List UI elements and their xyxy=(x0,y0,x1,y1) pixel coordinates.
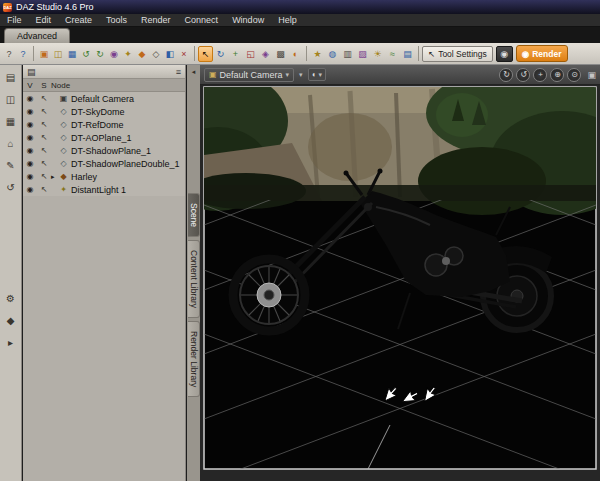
selection-icon[interactable]: ↖ xyxy=(37,94,51,103)
menu-create[interactable]: Create xyxy=(58,14,99,26)
scene-info-icon[interactable]: ▤ xyxy=(400,46,415,62)
spot-render-tool-icon[interactable]: ◐ xyxy=(288,46,303,62)
node-label[interactable]: DT-AOPlane_1 xyxy=(71,133,132,143)
tree-row-aoplane[interactable]: ◉ ↖ ◇ DT-AOPlane_1 xyxy=(23,131,185,144)
node-label[interactable]: Default Camera xyxy=(71,94,134,104)
visibility-eye-icon[interactable]: ◉ xyxy=(23,133,37,142)
undo-rail-icon[interactable]: ↺ xyxy=(3,180,18,195)
context-help-icon[interactable]: ? xyxy=(2,46,16,62)
undo-icon[interactable]: ↺ xyxy=(79,46,93,62)
home-icon[interactable]: ⌂ xyxy=(3,136,18,151)
tree-row-distantlight[interactable]: ◉ ↖ ✦ DistantLight 1 xyxy=(23,183,185,196)
powerpose-icon[interactable]: ★ xyxy=(310,46,325,62)
node-label[interactable]: DT-ShadowPlane_1 xyxy=(71,146,151,156)
open-scene-icon[interactable]: ◫ xyxy=(51,46,65,62)
menu-connect[interactable]: Connect xyxy=(178,14,226,26)
menu-render[interactable]: Render xyxy=(134,14,178,26)
shader-mixer-icon[interactable]: ▨ xyxy=(355,46,370,62)
drawstyle-selector[interactable]: ◐ ▾ xyxy=(308,68,326,81)
puppeteer-icon[interactable]: ◍ xyxy=(325,46,340,62)
save-scene-icon[interactable]: ▦ xyxy=(65,46,79,62)
viewport-canvas[interactable] xyxy=(200,85,600,481)
new-file-icon[interactable]: ▤ xyxy=(3,70,18,85)
content-icon[interactable]: ◆ xyxy=(3,313,18,328)
save-file-icon[interactable]: ▦ xyxy=(3,114,18,129)
new-scene-icon[interactable]: ▣ xyxy=(37,46,51,62)
scale-tool-icon[interactable]: ◱ xyxy=(243,46,258,62)
lighting-icon[interactable]: ☀ xyxy=(370,46,385,62)
surface-selection-tool-icon[interactable]: ▩ xyxy=(273,46,288,62)
menu-file[interactable]: File xyxy=(0,14,29,26)
selection-icon[interactable]: ↖ xyxy=(37,159,51,168)
duplicate-node-icon[interactable]: ◧ xyxy=(163,46,177,62)
delete-node-icon[interactable]: × xyxy=(177,46,191,62)
edit-icon[interactable]: ✎ xyxy=(3,158,18,173)
visibility-eye-icon[interactable]: ◉ xyxy=(23,120,37,129)
create-plane-icon[interactable]: ◇ xyxy=(149,46,163,62)
node-label[interactable]: DT-ShadowPlaneDouble_1 xyxy=(71,159,180,169)
orbit-icon[interactable]: ↻ xyxy=(499,68,513,82)
tree-row-refdome[interactable]: ◉ ↖ ◇ DT-RefDome xyxy=(23,118,185,131)
create-light-icon[interactable]: ✦ xyxy=(121,46,135,62)
collapse-panel-icon[interactable]: ◂ xyxy=(192,68,196,78)
tab-scene[interactable]: Scene xyxy=(188,193,200,237)
selection-icon[interactable]: ↖ xyxy=(37,172,51,181)
panel-doc-icon[interactable]: ▤ xyxy=(27,67,36,77)
timeline-icon[interactable]: ▥ xyxy=(340,46,355,62)
pan-icon[interactable]: + xyxy=(533,68,547,82)
redo-icon[interactable]: ↻ xyxy=(93,46,107,62)
menu-tools[interactable]: Tools xyxy=(99,14,134,26)
visibility-eye-icon[interactable]: ◉ xyxy=(23,146,37,155)
tree-row-shadowplanedouble[interactable]: ◉ ↖ ◇ DT-ShadowPlaneDouble_1 xyxy=(23,157,185,170)
render-button[interactable]: ◉ Render xyxy=(516,45,568,62)
translate-tool-icon[interactable]: + xyxy=(228,46,243,62)
zoom-icon[interactable]: ⊕ xyxy=(550,68,564,82)
selection-icon[interactable]: ↖ xyxy=(37,133,51,142)
panel-menu-icon[interactable]: ≡ xyxy=(176,67,181,77)
tree-row-skydome[interactable]: ◉ ↖ ◇ DT-SkyDome xyxy=(23,105,185,118)
visibility-eye-icon[interactable]: ◉ xyxy=(23,172,37,181)
node-label[interactable]: DT-SkyDome xyxy=(71,107,125,117)
visibility-eye-icon[interactable]: ◉ xyxy=(23,159,37,168)
help-icon[interactable]: ? xyxy=(16,46,30,62)
view-cube-icon[interactable]: ▣ xyxy=(587,70,596,80)
visibility-eye-icon[interactable]: ◉ xyxy=(23,107,37,116)
settings-icon[interactable]: ⚙ xyxy=(3,291,18,306)
tab-advanced[interactable]: Advanced xyxy=(4,28,70,43)
tree-row-harley[interactable]: ◉ ↖ ▸ ◆ Harley xyxy=(23,170,185,183)
viewport-options-chevron-icon[interactable]: ▾ xyxy=(299,71,303,79)
smoothing-icon[interactable]: ≈ xyxy=(385,46,400,62)
create-camera-icon[interactable]: ◉ xyxy=(107,46,121,62)
tool-settings-button[interactable]: ↖ Tool Settings xyxy=(422,46,493,62)
selection-icon[interactable]: ↖ xyxy=(37,120,51,129)
column-selected[interactable]: S xyxy=(37,81,51,90)
visibility-eye-icon[interactable]: ◉ xyxy=(23,185,37,194)
active-pose-tool-icon[interactable]: ◈ xyxy=(258,46,273,62)
open-file-icon[interactable]: ◫ xyxy=(3,92,18,107)
column-node[interactable]: Node xyxy=(51,81,70,90)
snapshot-camera-button[interactable]: ◉ xyxy=(496,46,513,62)
play-icon[interactable]: ▸ xyxy=(3,335,18,350)
node-label[interactable]: Harley xyxy=(71,172,97,182)
bank-icon[interactable]: ↺ xyxy=(516,68,530,82)
rotate-tool-icon[interactable]: ↻ xyxy=(213,46,228,62)
node-selection-tool-icon[interactable]: ↖ xyxy=(198,46,213,62)
tab-render-library[interactable]: Render Library xyxy=(188,321,200,397)
camera-selector[interactable]: ▣ Default Camera ▾ xyxy=(204,68,294,82)
selection-icon[interactable]: ↖ xyxy=(37,185,51,194)
create-primitive-icon[interactable]: ◆ xyxy=(135,46,149,62)
menu-help[interactable]: Help xyxy=(271,14,304,26)
tab-content-library[interactable]: Content Library xyxy=(188,240,200,318)
selection-icon[interactable]: ↖ xyxy=(37,107,51,116)
node-label[interactable]: DistantLight 1 xyxy=(71,185,126,195)
column-visible[interactable]: V xyxy=(23,81,37,90)
menu-window[interactable]: Window xyxy=(225,14,271,26)
menu-edit[interactable]: Edit xyxy=(29,14,59,26)
visibility-eye-icon[interactable]: ◉ xyxy=(23,94,37,103)
selection-icon[interactable]: ↖ xyxy=(37,146,51,155)
frame-icon[interactable]: ⊙ xyxy=(567,68,581,82)
tree-row-default-camera[interactable]: ◉ ↖ ▣ Default Camera xyxy=(23,92,185,105)
tree-row-shadowplane[interactable]: ◉ ↖ ◇ DT-ShadowPlane_1 xyxy=(23,144,185,157)
node-label[interactable]: DT-RefDome xyxy=(71,120,124,130)
expander-icon[interactable]: ▸ xyxy=(51,173,58,181)
